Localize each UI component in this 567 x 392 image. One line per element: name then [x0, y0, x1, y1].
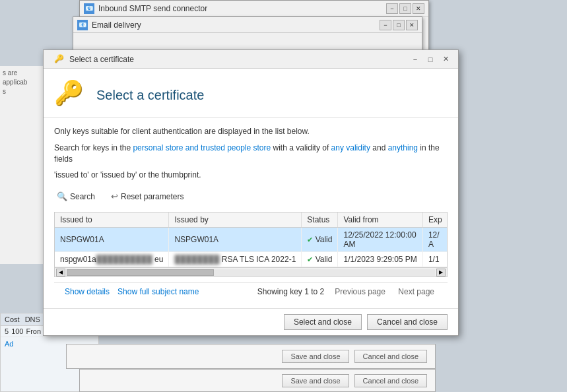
dialog-actions: Select and close Cancel and close	[44, 308, 458, 335]
dialog-title-icon: 🔑	[49, 50, 69, 69]
info-mid: with a validity of	[271, 143, 331, 152]
search-toolbar: 🔍 Search ↩ Reset parameters	[54, 187, 448, 205]
email-maximize-btn[interactable]: □	[393, 20, 405, 30]
dialog-win-controls: − □ ✕	[408, 53, 453, 66]
dialog-minimize-btn[interactable]: −	[408, 53, 422, 66]
scroll-right-arrow[interactable]: ▶	[436, 269, 446, 277]
search-button[interactable]: 🔍 Search	[54, 190, 98, 203]
col-status[interactable]: Status	[302, 212, 338, 228]
row1-expires: 12/A	[422, 228, 448, 252]
previous-page-link[interactable]: Previous page	[335, 287, 385, 296]
info-mid2: and	[370, 143, 388, 152]
behind-save-close-btn-2[interactable]: Save and close	[282, 374, 349, 387]
left-panel-text1: s are applicab	[3, 69, 43, 87]
next-page-link[interactable]: Next page	[398, 287, 434, 296]
any-validity-link[interactable]: any validity	[331, 143, 370, 152]
cert-header-icon: 🔑	[54, 79, 86, 111]
dialog-body: Only keys suitable for client authentica…	[44, 118, 458, 308]
cost-val: 5	[5, 327, 9, 335]
footer-links: Show details Show full subject name	[65, 287, 257, 296]
behind-cancel-close-btn-1[interactable]: Cancel and close	[354, 350, 427, 363]
left-panel: s are applicab s	[0, 66, 46, 264]
select-and-close-button[interactable]: Select and close	[284, 314, 362, 330]
smtp-close-btn[interactable]: ✕	[413, 3, 424, 14]
search-label: Search	[70, 192, 95, 201]
smtp-titlebar: 📧 Inbound SMTP send connector − □ ✕	[80, 1, 428, 16]
col-valid-from[interactable]: Valid from	[338, 212, 422, 228]
email-titlebar: 📧 Email delivery − □ ✕	[73, 17, 422, 33]
email-minimize-btn[interactable]: −	[380, 20, 391, 30]
smtp-minimize-btn[interactable]: −	[386, 3, 398, 14]
reset-label: Reset parameters	[121, 192, 183, 201]
info-line1: Only keys suitable for client authentica…	[54, 126, 448, 137]
show-details-link[interactable]: Show details	[65, 287, 110, 296]
search-icon: 🔍	[57, 191, 67, 201]
col-expires[interactable]: Exp	[422, 212, 448, 228]
behind-window-1: Save and close Cancel and close	[66, 344, 436, 369]
smtp-icon: 📧	[84, 3, 94, 14]
row2-issued-to: nspgw01a██████████ eu	[55, 252, 169, 267]
dialog-footer: Show details Show full subject name Show…	[54, 282, 448, 300]
cost-col-header: Cost	[5, 315, 20, 323]
reset-button[interactable]: ↩ Reset parameters	[108, 190, 186, 203]
dialog-maximize-btn[interactable]: □	[423, 53, 438, 66]
dialog-header: 🔑 Select a certificate	[44, 69, 458, 118]
ad-link[interactable]: Ad	[5, 340, 13, 348]
col-issued-by[interactable]: Issued by	[169, 212, 302, 228]
email-close-btn[interactable]: ✕	[406, 20, 418, 30]
horizontal-scrollbar[interactable]: ◀ ▶	[55, 267, 447, 277]
dns-col-header: DNS	[25, 315, 40, 323]
cancel-and-close-button[interactable]: Cancel and close	[367, 314, 448, 330]
row1-status: ✔ Valid	[302, 228, 338, 252]
from-val: Fron	[26, 327, 41, 335]
dns-val: 100	[11, 327, 23, 335]
dialog-close-btn[interactable]: ✕	[438, 53, 453, 66]
page-nav: Previous page Next page	[332, 287, 437, 296]
email-title: Email delivery	[92, 20, 380, 30]
smtp-win-controls: − □ ✕	[386, 3, 424, 14]
table-row[interactable]: NSPGW01A NSPGW01A ✔ Valid 12/25/2022 12:…	[55, 228, 448, 252]
info-line2: Search for keys in the personal store an…	[54, 143, 448, 165]
show-full-subject-link[interactable]: Show full subject name	[117, 287, 199, 296]
col-issued-to[interactable]: Issued to	[55, 212, 169, 228]
row2-status: ✔ Valid	[302, 252, 338, 267]
row2-expires: 1/1	[422, 252, 448, 267]
row2-issued-by: ████████ RSA TLS ICA 2022-1	[169, 252, 302, 267]
row1-issued-by: NSPGW01A	[169, 228, 302, 252]
dialog-header-title: Select a certificate	[96, 88, 204, 103]
reset-icon: ↩	[111, 191, 118, 201]
smtp-maximize-btn[interactable]: □	[399, 3, 411, 14]
scroll-left-arrow[interactable]: ◀	[56, 269, 65, 277]
select-certificate-dialog: 🔑 Select a certificate − □ ✕ 🔑 Select a …	[43, 49, 459, 336]
behind-cancel-close-btn-2[interactable]: Cancel and close	[354, 374, 427, 387]
dialog-titlebar: 🔑 Select a certificate − □ ✕	[44, 50, 458, 69]
behind-save-close-btn-1[interactable]: Save and close	[282, 350, 349, 363]
scroll-thumb[interactable]	[67, 269, 214, 276]
email-win-controls: − □ ✕	[380, 20, 418, 30]
behind-window-2: Save and close Cancel and close	[79, 369, 436, 392]
left-panel-text2: s	[3, 87, 43, 96]
email-icon: 📧	[77, 20, 88, 30]
smtp-title: Inbound SMTP send connector	[98, 4, 386, 13]
table-row[interactable]: nspgw01a██████████ eu ████████ RSA TLS I…	[55, 252, 448, 267]
row1-valid-from: 12/25/2022 12:00:00AM	[338, 228, 422, 252]
info-pre: Search for keys in the	[54, 143, 133, 152]
personal-store-link[interactable]: personal store and trusted people store	[133, 143, 271, 152]
info-line3: 'issued to' or 'issued by' or the thumbp…	[54, 170, 448, 181]
scroll-track[interactable]	[67, 269, 435, 276]
table-header-row: Issued to Issued by Status Valid from Ex…	[55, 212, 448, 228]
cert-table: Issued to Issued by Status Valid from Ex…	[55, 212, 448, 267]
dialog-title-text: Select a certificate	[69, 55, 408, 64]
cert-table-container: Issued to Issued by Status Valid from Ex…	[54, 212, 448, 277]
anything-link[interactable]: anything	[388, 143, 418, 152]
showing-text: Showing key 1 to 2	[257, 287, 324, 296]
row2-valid-from: 1/1/2023 9:29:05 PM	[338, 252, 422, 267]
row1-issued-to: NSPGW01A	[55, 228, 169, 252]
